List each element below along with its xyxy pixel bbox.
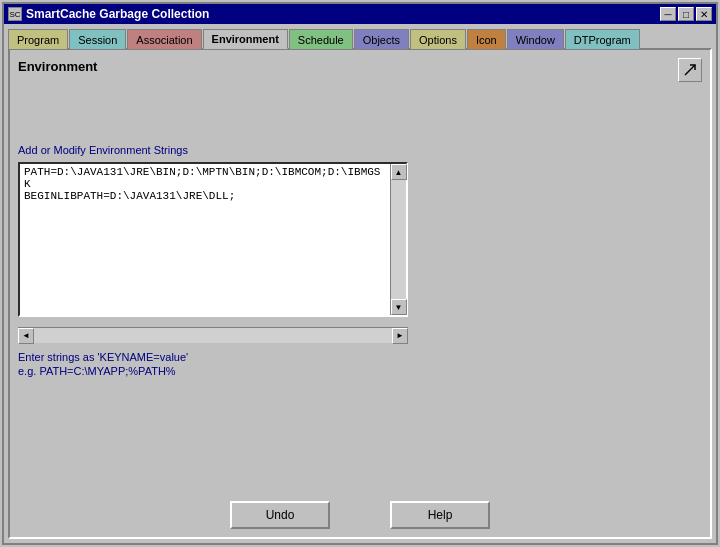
maximize-button[interactable]: □ [678, 7, 694, 21]
tab-options[interactable]: Options [410, 29, 466, 49]
main-content: Environment Add or Modify Environment St… [8, 48, 712, 539]
title-bar-buttons: ─ □ ✕ [660, 7, 712, 21]
tab-bar: Program Session Association Environment … [4, 24, 716, 48]
textarea-container: PATH=D:\JAVA131\JRE\BIN;D:\MPTN\BIN;D:\I… [18, 162, 413, 343]
tab-schedule[interactable]: Schedule [289, 29, 353, 49]
corner-button[interactable] [678, 58, 702, 82]
title-bar-left: SC SmartCache Garbage Collection [8, 7, 209, 21]
scroll-up-button[interactable]: ▲ [391, 164, 407, 180]
close-button[interactable]: ✕ [696, 7, 712, 21]
scroll-down-button[interactable]: ▼ [391, 299, 407, 315]
tab-objects[interactable]: Objects [354, 29, 409, 49]
scroll-track-v[interactable] [391, 180, 406, 299]
tab-session[interactable]: Session [69, 29, 126, 49]
tab-dtprogram[interactable]: DTProgram [565, 29, 640, 49]
horizontal-scrollbar[interactable]: ◄ ► [18, 327, 408, 343]
hints-area: Enter strings as 'KEYNAME=value' e.g. PA… [18, 351, 702, 379]
add-modify-label: Add or Modify Environment Strings [18, 144, 702, 156]
hint-line-2: e.g. PATH=C:\MYAPP;%PATH% [18, 365, 702, 377]
tab-environment[interactable]: Environment [203, 29, 288, 49]
help-button[interactable]: Help [390, 501, 490, 529]
env-textarea[interactable]: PATH=D:\JAVA131\JRE\BIN;D:\MPTN\BIN;D:\I… [20, 164, 390, 315]
tab-association[interactable]: Association [127, 29, 201, 49]
corner-icon [683, 63, 697, 77]
tab-icon[interactable]: Icon [467, 29, 506, 49]
header-row: Environment [18, 58, 702, 82]
app-icon[interactable]: SC [8, 7, 22, 21]
section-title: Environment [18, 59, 97, 74]
scroll-left-button[interactable]: ◄ [18, 328, 34, 344]
tab-program[interactable]: Program [8, 29, 68, 49]
undo-button[interactable]: Undo [230, 501, 330, 529]
button-row: Undo Help [18, 491, 702, 529]
scroll-right-button[interactable]: ► [392, 328, 408, 344]
svg-line-0 [685, 65, 695, 75]
main-window: SC SmartCache Garbage Collection ─ □ ✕ P… [2, 2, 718, 545]
title-bar: SC SmartCache Garbage Collection ─ □ ✕ [4, 4, 716, 24]
textarea-wrapper: PATH=D:\JAVA131\JRE\BIN;D:\MPTN\BIN;D:\I… [18, 162, 408, 317]
tab-window[interactable]: Window [507, 29, 564, 49]
vertical-scrollbar[interactable]: ▲ ▼ [390, 164, 406, 315]
scroll-track-h[interactable] [34, 328, 392, 343]
window-title: SmartCache Garbage Collection [26, 7, 209, 21]
minimize-button[interactable]: ─ [660, 7, 676, 21]
hint-line-1: Enter strings as 'KEYNAME=value' [18, 351, 702, 363]
